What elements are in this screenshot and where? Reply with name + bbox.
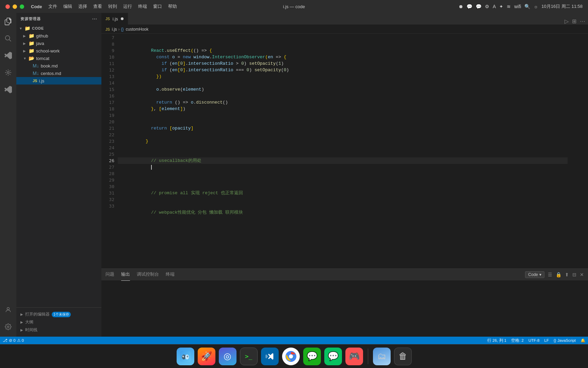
panel-lock-icon[interactable]: 🔒 [556, 272, 561, 277]
wechat-tray-icon: 💬 [467, 4, 472, 9]
maximize-button[interactable] [20, 4, 24, 9]
panel-split-icon[interactable]: ⊟ [572, 272, 576, 277]
encoding-status[interactable]: UTF-8 [528, 338, 540, 342]
close-button[interactable] [5, 4, 10, 9]
tab-js-icon: JS [105, 17, 110, 21]
run-icon[interactable]: ▷ [565, 18, 569, 25]
git-branch-status[interactable]: ⎇ ⊘ 0 ⚠ 0 [3, 338, 24, 343]
line-num-9: 9 [101, 47, 114, 54]
menu-terminal[interactable]: 终端 [138, 3, 147, 10]
git-branch-icon: ⎇ [3, 338, 7, 343]
dock-trash[interactable]: 🗑 [394, 348, 412, 365]
launchpad-icon: 🚀 [201, 351, 212, 362]
line-ending-status[interactable]: LF [544, 338, 549, 342]
debug-activity-icon[interactable] [2, 67, 14, 78]
dock-files[interactable]: 🗂 [373, 348, 391, 365]
breadcrumb: JS i.js › {} customHook [101, 25, 588, 34]
tab-terminal-label: 终端 [166, 271, 175, 277]
dock-chrome[interactable] [282, 348, 300, 365]
code-editor[interactable]: 7 8 9 10 11 12 13 14 15 16 17 18 19 20 2… [101, 34, 588, 269]
tab-i-js[interactable]: JS i.js [101, 13, 128, 25]
dock-wechat2[interactable]: 💬 [324, 348, 342, 365]
sidebar-item-java[interactable]: ▶ 📁 java [16, 40, 101, 47]
dock-vscode[interactable] [261, 348, 279, 365]
panel-dropdown[interactable]: Code ▾ [525, 271, 544, 278]
line-num-31: 31 [101, 190, 114, 196]
line-num-16: 16 [101, 93, 114, 99]
menu-view[interactable]: 查看 [93, 3, 102, 10]
root-folder[interactable]: ▼ 📁 CODE [16, 25, 101, 32]
sidebar-header: 资源管理器 ⋯ [16, 13, 101, 25]
menu-help[interactable]: 帮助 [168, 3, 177, 10]
menu-edit[interactable]: 编辑 [63, 3, 72, 10]
more-actions-icon[interactable]: ⋯ [580, 18, 585, 25]
github-label: github [36, 33, 48, 39]
code-line-16: return () => o.disconnect() [118, 93, 568, 99]
panel-list-icon[interactable]: ☰ [548, 272, 552, 277]
sidebar-item-school-work[interactable]: ▶ 📁 school-work [16, 47, 101, 55]
sidebar-item-tomcat[interactable]: ▼ 📂 tomcat [16, 55, 101, 62]
panel-expand-icon[interactable]: ⬆ [565, 272, 569, 277]
extensions-activity-icon[interactable] [2, 84, 14, 95]
open-editors-section[interactable]: ▶ 打开的编辑器 1个未保存 [16, 310, 101, 318]
line-num-30: 30 [101, 183, 114, 190]
language-status[interactable]: {} JavaScript [554, 338, 576, 342]
mixer-icon: ⚙ [485, 4, 489, 9]
notification-status[interactable]: 🔔 [581, 338, 585, 343]
explorer-activity-icon[interactable] [2, 16, 14, 27]
java-folder-icon: 📁 [29, 41, 34, 46]
tab-problems[interactable]: 问题 [105, 269, 114, 281]
school-arrow-icon: ▶ [23, 49, 29, 53]
menu-file[interactable]: 文件 [48, 3, 57, 10]
menu-selection[interactable]: 选择 [78, 3, 87, 10]
code-content[interactable]: React.useEffect(() => { const o = new wi… [118, 34, 568, 269]
line-num-11: 11 [101, 60, 114, 67]
dock-launchpad[interactable]: 🚀 [198, 348, 215, 365]
cursor-position-status[interactable]: 行 26, 列 1 [487, 338, 506, 343]
svg-point-2 [7, 72, 9, 74]
git-activity-icon[interactable] [2, 50, 14, 61]
menu-app[interactable]: Code [31, 4, 42, 9]
brightness-icon: ☼ [534, 4, 538, 9]
java-arrow-icon: ▶ [23, 42, 29, 45]
language-icon: {} [554, 338, 556, 342]
new-file-icon[interactable]: ⋯ [92, 16, 97, 22]
timeline-section[interactable]: ▶ 时间线 [16, 326, 101, 334]
breadcrumb-file[interactable]: i.js [112, 27, 117, 32]
status-bar: ⎇ ⊘ 0 ⚠ 0 行 26, 列 1 空格: 2 UTF-8 LF {} Ja… [0, 337, 588, 344]
search-activity-icon[interactable] [2, 33, 14, 44]
sidebar-item-centos-md[interactable]: M↓ centos.md [16, 70, 101, 77]
tab-debug-console[interactable]: 调试控制台 [137, 269, 159, 281]
dock-terminal[interactable]: >_ [240, 348, 258, 365]
svg-point-4 [7, 326, 9, 328]
tomcat-label: tomcat [36, 56, 49, 61]
minimap: React.useEffect(() => { const o = new wi… [568, 34, 588, 269]
line-num-32: 32 [101, 196, 114, 203]
indentation-status[interactable]: 空格: 2 [511, 338, 524, 343]
tab-output[interactable]: 输出 [121, 269, 130, 281]
line-num-14: 14 [101, 80, 114, 86]
search-menu-icon[interactable]: 🔍 [524, 4, 530, 9]
outline-section[interactable]: ▶ 大纲 [16, 318, 101, 326]
sidebar-item-i-js[interactable]: JS i.js [16, 77, 101, 85]
svg-line-1 [9, 40, 11, 41]
account-icon[interactable] [2, 304, 14, 316]
dock-wechat3[interactable]: 🎮 [345, 348, 363, 365]
dock-spotlight[interactable]: ◎ [219, 348, 236, 365]
menu-run[interactable]: 运行 [123, 3, 132, 10]
breadcrumb-symbol[interactable]: customHook [126, 27, 149, 32]
split-editor-icon[interactable]: ⊞ [572, 18, 576, 25]
dock-finder[interactable] [177, 348, 194, 365]
sidebar-item-book-md[interactable]: M↓ book.md [16, 62, 101, 70]
dock-wechat[interactable]: 💬 [303, 348, 321, 365]
window-title: i.js — code [283, 4, 305, 9]
panel-close-icon[interactable]: ✕ [580, 272, 584, 277]
menu-goto[interactable]: 转到 [108, 3, 117, 10]
school-folder-icon: 📁 [29, 48, 34, 53]
sidebar-item-github[interactable]: ▶ 📁 github [16, 32, 101, 40]
settings-icon[interactable] [2, 321, 14, 333]
bell-icon: 🔔 [581, 338, 585, 343]
tab-terminal[interactable]: 终端 [166, 269, 175, 281]
menu-window[interactable]: 窗口 [153, 3, 162, 10]
minimize-button[interactable] [13, 4, 17, 9]
